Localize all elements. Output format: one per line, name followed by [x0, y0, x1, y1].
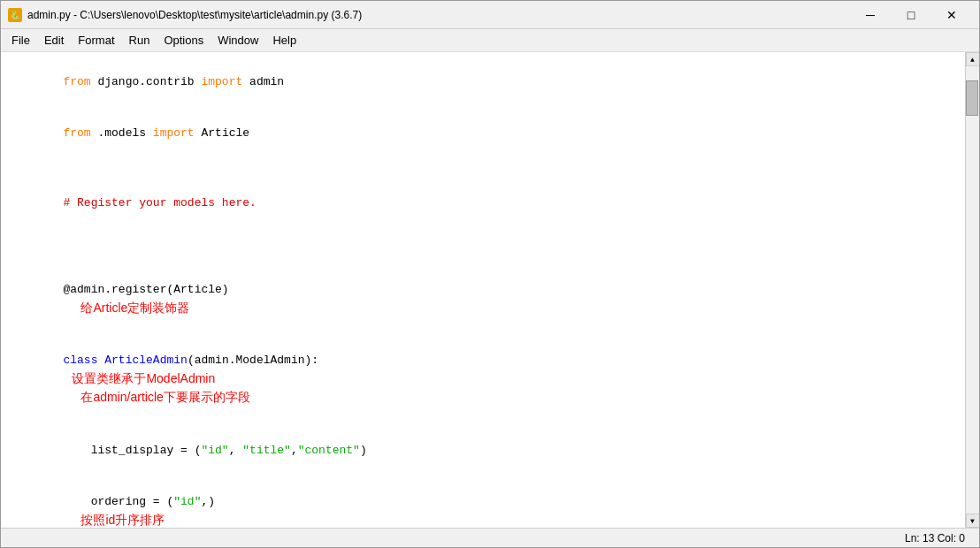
annotation-3: 在admin/article下要展示的字段 [80, 390, 249, 404]
close-button[interactable]: ✕ [931, 1, 972, 29]
code-line-4: # Register your models here. [8, 177, 958, 229]
annotation-4: 按照id升序排序 [80, 513, 165, 527]
code-line-5 [8, 229, 958, 247]
menu-help[interactable]: Help [265, 32, 303, 49]
code-line-8: class ArticleAdmin(admin.ModelAdmin): 设置… [8, 335, 958, 425]
menu-run[interactable]: Run [122, 32, 157, 49]
annotation-1: 给Article定制装饰器 [80, 301, 189, 315]
title-bar: 🐍 admin.py - C:\Users\lenovo\Desktop\tes… [1, 1, 979, 29]
annotation-2: 设置类继承于ModelAdmin [72, 371, 215, 385]
window-title: admin.py - C:\Users\lenovo\Desktop\test\… [27, 9, 850, 21]
code-line-6 [8, 247, 958, 264]
menu-format[interactable]: Format [71, 32, 121, 49]
main-window: 🐍 admin.py - C:\Users\lenovo\Desktop\tes… [0, 0, 980, 548]
menu-window[interactable]: Window [211, 32, 265, 49]
menu-edit[interactable]: Edit [37, 32, 71, 49]
scroll-up-arrow[interactable]: ▲ [966, 52, 980, 66]
vertical-scrollbar[interactable]: ▲ ▼ [965, 52, 979, 528]
cursor-position: Ln: 13 Col: 0 [905, 532, 965, 544]
code-editor[interactable]: from django.contrib import admin from .m… [1, 52, 965, 528]
app-icon: 🐍 [8, 8, 22, 22]
menu-file[interactable]: File [4, 32, 37, 49]
scroll-track[interactable] [966, 66, 979, 514]
menu-options[interactable]: Options [157, 32, 211, 49]
code-line-3 [8, 159, 958, 177]
code-line-9: list_display = ("id", "title","content") [8, 424, 958, 476]
editor-area: from django.contrib import admin from .m… [1, 52, 979, 528]
menu-bar: File Edit Format Run Options Window Help [1, 29, 979, 52]
maximize-button[interactable]: □ [891, 1, 931, 29]
code-line-1: from django.contrib import admin [8, 56, 958, 108]
code-line-7: @admin.register(Article) 给Article定制装饰器 [8, 264, 958, 335]
code-line-2: from .models import Article [8, 108, 958, 160]
minimize-button[interactable]: ─ [850, 1, 891, 29]
code-line-10: ordering = ("id",) 按照id升序排序 [8, 476, 958, 529]
status-bar: Ln: 13 Col: 0 [1, 528, 979, 547]
scroll-thumb[interactable] [966, 80, 978, 116]
window-controls: ─ □ ✕ [850, 1, 972, 29]
scroll-down-arrow[interactable]: ▼ [966, 514, 980, 528]
